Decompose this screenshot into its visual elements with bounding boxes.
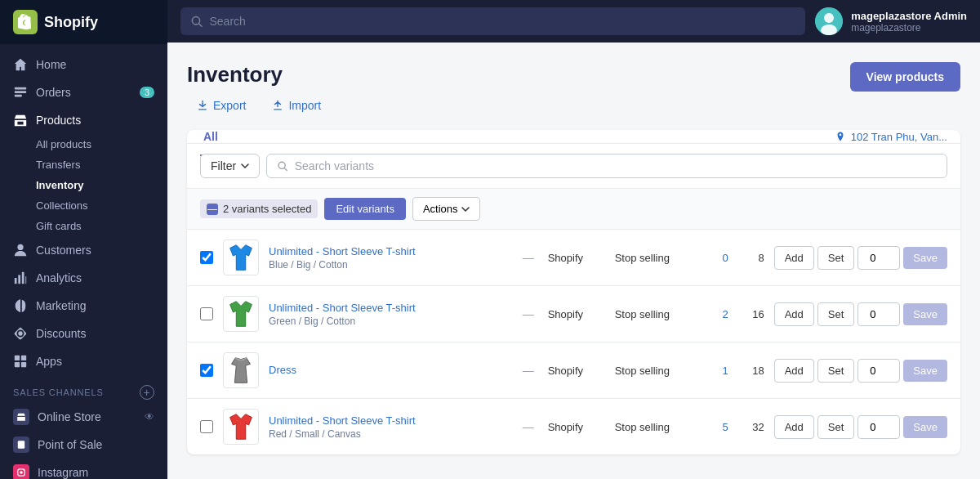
- svg-rect-4: [15, 278, 17, 284]
- analytics-icon: [13, 271, 28, 285]
- user-area[interactable]: mageplazastore Admin mageplazastore: [815, 7, 967, 35]
- search-box[interactable]: [180, 7, 805, 35]
- table-row: Dress — Shopify Stop selling 1 18 Add Se…: [187, 342, 960, 399]
- deselect-icon[interactable]: —: [207, 204, 218, 215]
- store-icon: [13, 409, 29, 425]
- sidebar-item-marketing[interactable]: Marketing: [0, 292, 167, 320]
- set-button[interactable]: Set: [817, 302, 855, 326]
- product-name[interactable]: Dress: [269, 364, 509, 376]
- svg-rect-9: [21, 356, 26, 360]
- row-checkbox[interactable]: [200, 251, 213, 264]
- import-button[interactable]: Import: [262, 94, 331, 117]
- sidebar-item-orders[interactable]: Orders 3: [0, 78, 167, 106]
- table-row: Unlimited - Short Sleeve T-shirt Blue / …: [187, 230, 960, 286]
- add-button[interactable]: Add: [774, 359, 814, 383]
- row-checkbox[interactable]: [200, 364, 213, 377]
- shopify-logo-icon: [13, 10, 38, 34]
- filter-button[interactable]: Filter: [200, 154, 260, 178]
- row-checkbox[interactable]: [200, 307, 213, 320]
- row-checkbox[interactable]: [200, 420, 213, 433]
- save-button[interactable]: Save: [903, 247, 947, 269]
- submenu-gift-cards[interactable]: Gift cards: [36, 216, 167, 236]
- actions-button[interactable]: Actions: [412, 197, 480, 221]
- channel-instagram-label: Instagram: [38, 466, 88, 479]
- svg-rect-6: [22, 272, 24, 284]
- sidebar-item-label-apps: Apps: [36, 355, 62, 368]
- search-variants-icon: [277, 160, 288, 172]
- channel-online-store[interactable]: Online Store 👁: [0, 403, 167, 431]
- tabs: All: [200, 130, 234, 143]
- product-name[interactable]: Unlimited - Short Sleeve T-shirt: [269, 245, 509, 257]
- add-button[interactable]: Add: [774, 246, 814, 270]
- product-thumbnail: [223, 239, 259, 275]
- qty-input[interactable]: [858, 415, 900, 439]
- save-button[interactable]: Save: [903, 416, 947, 438]
- add-channel-button[interactable]: +: [140, 385, 154, 400]
- product-info: Dress: [269, 364, 509, 378]
- dash-separator: —: [519, 420, 538, 433]
- page-title-area: Inventory Export Import: [187, 62, 331, 117]
- submenu-transfers[interactable]: Transfers: [36, 154, 167, 175]
- export-icon: [197, 100, 208, 111]
- edit-variants-button[interactable]: Edit variants: [324, 198, 406, 220]
- svg-rect-5: [18, 275, 20, 284]
- actions-chevron-icon: [461, 205, 470, 213]
- save-button[interactable]: Save: [903, 303, 947, 325]
- sidebar-item-apps[interactable]: Apps: [0, 347, 167, 375]
- export-button[interactable]: Export: [187, 94, 256, 117]
- customers-icon: [13, 243, 28, 257]
- inventory-table: Unlimited - Short Sleeve T-shirt Blue / …: [187, 230, 960, 454]
- search-variants-box[interactable]: [266, 154, 947, 178]
- search-variants-input[interactable]: [295, 159, 937, 172]
- sidebar-item-label-products: Products: [36, 114, 81, 127]
- topbar: mageplazastore Admin mageplazastore: [167, 0, 980, 43]
- dash-separator: —: [519, 251, 538, 264]
- sidebar-logo[interactable]: shopify: [0, 0, 167, 44]
- instagram-icon: [13, 464, 29, 479]
- channel-pos[interactable]: Point of Sale: [0, 431, 167, 459]
- qty-input[interactable]: [858, 246, 900, 270]
- eye-icon[interactable]: 👁: [145, 411, 154, 423]
- svg-rect-8: [15, 356, 20, 360]
- sidebar-item-analytics[interactable]: Analytics: [0, 264, 167, 292]
- product-variant: Green / Big / Cotton: [269, 316, 509, 327]
- sidebar: shopify Home Orders 3 Products All prod: [0, 0, 167, 479]
- qty-incoming[interactable]: 1: [702, 365, 728, 377]
- add-button[interactable]: Add: [774, 302, 814, 326]
- sidebar-item-products[interactable]: Products: [0, 106, 167, 134]
- sidebar-nav: Home Orders 3 Products All products Tran…: [0, 44, 167, 479]
- dash-separator: —: [519, 364, 538, 377]
- qty-input[interactable]: [858, 302, 900, 326]
- set-button[interactable]: Set: [817, 415, 855, 439]
- user-name: mageplazastore Admin: [851, 10, 967, 22]
- qty-incoming[interactable]: 2: [702, 308, 728, 320]
- view-products-button[interactable]: View products: [850, 62, 960, 92]
- sidebar-item-home[interactable]: Home: [0, 51, 167, 78]
- sidebar-item-discounts[interactable]: Discounts: [0, 320, 167, 347]
- location-badge[interactable]: 102 Tran Phu, Van...: [835, 131, 947, 143]
- channel-instagram[interactable]: Instagram: [0, 459, 167, 479]
- save-button[interactable]: Save: [903, 360, 947, 382]
- qty-incoming[interactable]: 0: [702, 252, 728, 264]
- product-name[interactable]: Unlimited - Short Sleeve T-shirt: [269, 414, 509, 427]
- channel-online-store-label: Online Store: [38, 410, 101, 423]
- table-row: Unlimited - Short Sleeve T-shirt Red / S…: [187, 399, 960, 454]
- set-button[interactable]: Set: [817, 246, 855, 270]
- tab-all[interactable]: All: [200, 130, 221, 156]
- sidebar-item-customers[interactable]: Customers: [0, 236, 167, 264]
- set-button[interactable]: Set: [817, 359, 855, 383]
- qty-input[interactable]: [858, 359, 900, 383]
- qty-incoming[interactable]: 5: [702, 421, 728, 433]
- page-header: Inventory Export Import View products: [187, 62, 960, 117]
- apps-icon: [13, 354, 28, 369]
- avatar: [815, 7, 843, 35]
- submenu-collections[interactable]: Collections: [36, 195, 167, 216]
- search-input[interactable]: [210, 15, 796, 28]
- orders-badge: 3: [140, 87, 154, 98]
- sidebar-item-label-marketing: Marketing: [36, 299, 86, 312]
- add-button[interactable]: Add: [774, 415, 814, 439]
- product-name[interactable]: Unlimited - Short Sleeve T-shirt: [269, 302, 509, 314]
- submenu-inventory[interactable]: Inventory: [36, 175, 167, 195]
- submenu-all-products[interactable]: All products: [36, 134, 167, 154]
- table-row: Unlimited - Short Sleeve T-shirt Green /…: [187, 286, 960, 342]
